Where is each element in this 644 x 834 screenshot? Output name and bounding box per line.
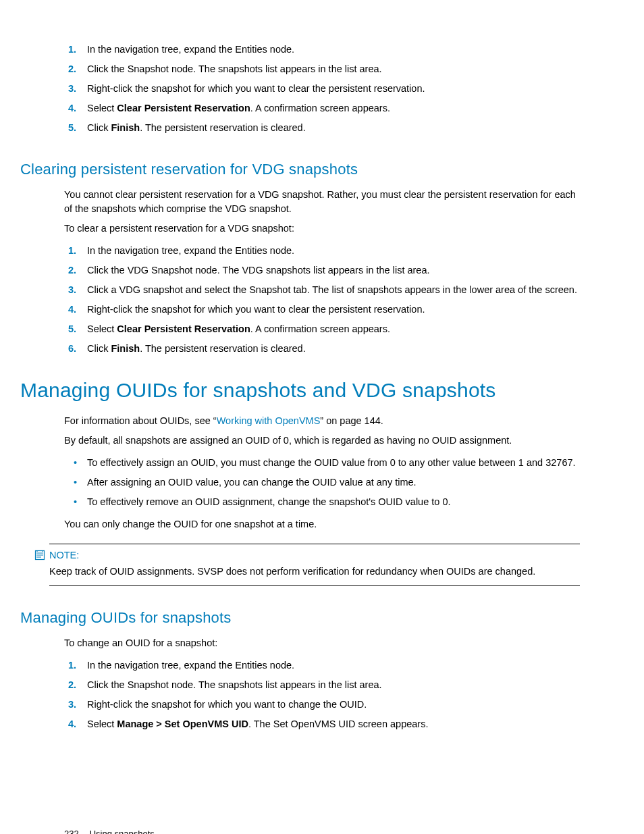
steps-change-ouid: In the navigation tree, expand the Entit… [64, 656, 580, 734]
body-paragraph: You can only change the OUID for one sna… [64, 517, 580, 531]
step-text: . A confirmation screen appears. [250, 103, 390, 113]
heading-managing-ouids-snapshots: Managing OUIDs for snapshots [20, 609, 580, 627]
step-text: Select [87, 719, 117, 729]
note-body: Keep track of OUID assignments. SVSP doe… [49, 565, 580, 579]
step-item: Click the VDG Snapshot node. The VDG sna… [64, 261, 580, 280]
note-block: NOTE: Keep track of OUID assignments. SV… [49, 544, 580, 586]
note-label: NOTE: [49, 550, 79, 561]
step-item: Click a VDG snapshot and select the Snap… [64, 280, 580, 300]
step-text: Select [87, 103, 117, 113]
step-item: Click Finish. The persistent reservation… [64, 118, 580, 138]
step-item: Click the Snapshot node. The snapshots l… [64, 675, 580, 695]
body-paragraph: By default, all snapshots are assigned a… [64, 434, 580, 448]
body-paragraph: To change an OUID for a snapshot: [64, 636, 580, 650]
step-item: Select Manage > Set OpenVMS UID. The Set… [64, 714, 580, 734]
step-bold: Clear Persistent Reservation [117, 323, 250, 334]
step-text: . The persistent reservation is cleared. [140, 122, 306, 133]
step-text: . A confirmation screen appears. [250, 323, 390, 334]
bullet-item: After assigning an OUID value, you can c… [64, 473, 580, 492]
step-text: Click [87, 122, 111, 133]
body-paragraph: For information about OUIDs, see “Workin… [64, 414, 580, 428]
note-icon [34, 550, 45, 561]
step-item: Select Clear Persistent Reservation. A c… [64, 319, 580, 339]
footer-title: Using snapshots [90, 829, 155, 834]
body-paragraph: You cannot clear persistent reservation … [64, 188, 580, 216]
heading-clearing-vdg: Clearing persistent reservation for VDG … [20, 161, 580, 178]
step-item: Select Clear Persistent Reservation. A c… [64, 99, 580, 118]
step-item: Right-click the snapshot for which you w… [64, 79, 580, 99]
steps-clear-persistent: In the navigation tree, expand the Entit… [64, 40, 580, 138]
step-item: Right-click the snapshot for which you w… [64, 695, 580, 714]
step-bold: Manage > Set OpenVMS UID [117, 719, 248, 729]
document-page: In the navigation tree, expand the Entit… [0, 0, 644, 834]
bullet-list-ouid: To effectively assign an OUID, you must … [64, 453, 580, 512]
bullet-item: To effectively assign an OUID, you must … [64, 453, 580, 473]
bullet-item: To effectively remove an OUID assignment… [64, 492, 580, 512]
link-openvms[interactable]: Working with OpenVMS [217, 415, 321, 426]
step-item: In the navigation tree, expand the Entit… [64, 40, 580, 59]
step-item: In the navigation tree, expand the Entit… [64, 241, 580, 261]
step-text: Click [87, 343, 111, 354]
page-number: 232 [64, 829, 79, 834]
step-text: Select [87, 323, 117, 334]
heading-managing-ouids: Managing OUIDs for snapshots and VDG sna… [20, 379, 580, 402]
step-text: . The persistent reservation is cleared. [140, 343, 306, 354]
steps-clear-vdg: In the navigation tree, expand the Entit… [64, 241, 580, 359]
step-item: Right-click the snapshot for which you w… [64, 300, 580, 319]
step-item: Click Finish. The persistent reservation… [64, 339, 580, 359]
text-span: ” on page 144. [320, 415, 383, 426]
step-item: In the navigation tree, expand the Entit… [64, 656, 580, 675]
step-bold: Finish [111, 343, 140, 354]
step-bold: Clear Persistent Reservation [117, 103, 250, 113]
step-item: Click the Snapshot node. The snapshots l… [64, 59, 580, 79]
note-header: NOTE: [34, 550, 580, 561]
body-paragraph: To clear a persistent reservation for a … [64, 221, 580, 236]
page-footer: 232 Using snapshots [64, 829, 580, 834]
text-span: For information about OUIDs, see “ [64, 415, 217, 426]
step-bold: Finish [111, 122, 140, 133]
step-text: . The Set OpenVMS UID screen appears. [248, 719, 429, 729]
